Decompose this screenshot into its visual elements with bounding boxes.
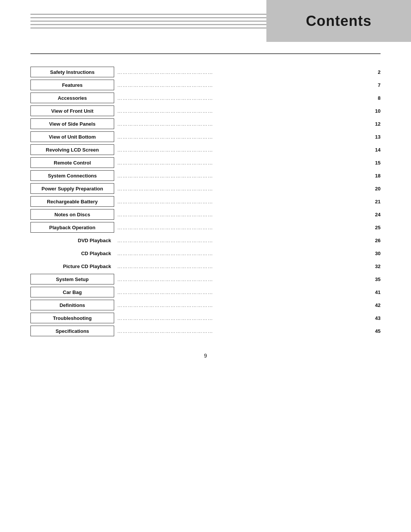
toc-dots: ……………………………………………… [114, 199, 368, 204]
list-item: Car Bag ……………………………………………… 41 [30, 286, 381, 299]
toc-dots: ……………………………………………… [114, 186, 368, 192]
toc-label: Notes on Discs [30, 209, 114, 220]
toc-label: Remote Control [30, 157, 114, 168]
list-item: Specifications ……………………………………………… 45 [30, 324, 381, 337]
toc-dots: ……………………………………………… [114, 276, 368, 282]
list-item: Remote Control ……………………………………………… 15 [30, 156, 381, 169]
toc-label: Features [30, 80, 114, 90]
toc-label: Troubleshooting [30, 313, 114, 323]
toc-label: View of Front Unit [30, 105, 114, 116]
list-item: Safety Instructions ……………………………………………… 2 [30, 66, 381, 78]
separator [30, 53, 381, 54]
toc-page: 18 [369, 173, 381, 179]
list-item: Picture CD Playback ……………………………………………… 3… [30, 260, 381, 273]
list-item: Features ……………………………………………… 7 [30, 78, 381, 91]
toc-page: 26 [369, 238, 381, 243]
toc-label: Specifications [30, 326, 114, 336]
list-item: View of Front Unit ……………………………………………… 10 [30, 104, 381, 117]
toc-page: 42 [369, 302, 381, 308]
page-number: 9 [0, 353, 411, 366]
toc-page: 24 [369, 212, 381, 217]
toc-label: Definitions [30, 300, 114, 310]
toc-label: Revolving LCD Screen [30, 144, 114, 155]
toc-dots: ……………………………………………… [114, 212, 368, 217]
header-lines [0, 0, 266, 42]
list-item: CD Playback ……………………………………………… 30 [30, 247, 381, 260]
toc-page: 10 [369, 108, 381, 114]
toc-dots: ……………………………………………… [114, 134, 368, 140]
toc-label: Playback Operation [30, 222, 114, 233]
toc-dots: ……………………………………………… [114, 108, 368, 114]
toc-label: Rechargeable Battery [30, 196, 114, 207]
toc: Safety Instructions ……………………………………………… 2… [0, 66, 411, 337]
list-item: View of Side Panels ……………………………………………… 1… [30, 117, 381, 130]
list-item: Definitions ……………………………………………… 42 [30, 299, 381, 312]
header-title-box: Contents [266, 0, 411, 42]
toc-label-sub: Picture CD Playback [30, 261, 114, 272]
toc-label: System Connections [30, 170, 114, 181]
toc-label: Car Bag [30, 287, 114, 297]
toc-page: 14 [369, 147, 381, 153]
toc-dots: ……………………………………………… [114, 289, 368, 295]
list-item: Power Supply Preparation ………………………………………… [30, 182, 381, 195]
header-line-1 [30, 14, 266, 15]
header-line-2 [30, 17, 266, 18]
toc-label-sub: CD Playback [30, 248, 114, 259]
list-item: System Setup ……………………………………………… 35 [30, 273, 381, 286]
toc-label: Accessories [30, 93, 114, 103]
toc-label: Power Supply Preparation [30, 183, 114, 194]
toc-label-sub: DVD Playback [30, 235, 114, 246]
toc-page: 30 [369, 251, 381, 256]
toc-dots: ……………………………………………… [114, 69, 368, 75]
toc-dots: ……………………………………………… [114, 160, 368, 166]
toc-page: 43 [369, 315, 381, 321]
toc-dots: ……………………………………………… [114, 147, 368, 153]
toc-dots: ……………………………………………… [114, 121, 368, 127]
toc-dots: ……………………………………………… [114, 251, 368, 256]
toc-dots: ……………………………………………… [114, 315, 368, 321]
list-item: System Connections ……………………………………………… 18 [30, 169, 381, 182]
toc-page: 45 [369, 328, 381, 334]
header-line-5 [30, 27, 266, 29]
list-item: Accessories ……………………………………………… 8 [30, 91, 381, 104]
toc-page: 8 [369, 95, 381, 101]
toc-label: System Setup [30, 274, 114, 284]
toc-page: 2 [369, 69, 381, 75]
list-item: Rechargeable Battery ……………………………………………… … [30, 195, 381, 208]
list-item: Playback Operation ……………………………………………… 25 [30, 221, 381, 234]
list-item: Notes on Discs ……………………………………………… 24 [30, 208, 381, 221]
toc-label: View of Unit Bottom [30, 131, 114, 142]
toc-page: 15 [369, 160, 381, 166]
toc-page: 13 [369, 134, 381, 140]
list-item: DVD Playback ……………………………………………… 26 [30, 234, 381, 247]
toc-dots: ……………………………………………… [114, 225, 368, 230]
toc-page: 12 [369, 121, 381, 127]
header-line-3 [30, 21, 266, 22]
page: Contents Safety Instructions ……………………………… [0, 0, 411, 532]
toc-dots: ……………………………………………… [114, 82, 368, 88]
toc-dots: ……………………………………………… [114, 264, 368, 269]
toc-page: 20 [369, 186, 381, 192]
header-line-4 [30, 24, 266, 25]
toc-label: View of Side Panels [30, 118, 114, 129]
toc-page: 21 [369, 199, 381, 204]
toc-dots: ……………………………………………… [114, 328, 368, 334]
list-item: Troubleshooting ……………………………………………… 43 [30, 312, 381, 324]
toc-page: 32 [369, 264, 381, 269]
list-item: Revolving LCD Screen ……………………………………………… … [30, 143, 381, 156]
toc-label: Safety Instructions [30, 67, 114, 77]
page-title: Contents [306, 13, 372, 29]
toc-dots: ……………………………………………… [114, 302, 368, 308]
toc-dots: ……………………………………………… [114, 238, 368, 243]
toc-dots: ……………………………………………… [114, 173, 368, 179]
toc-page: 35 [369, 276, 381, 282]
toc-page: 7 [369, 82, 381, 88]
toc-dots: ……………………………………………… [114, 95, 368, 101]
list-item: View of Unit Bottom ……………………………………………… 1… [30, 130, 381, 143]
toc-page: 25 [369, 225, 381, 230]
header: Contents [0, 0, 411, 42]
toc-page: 41 [369, 289, 381, 295]
